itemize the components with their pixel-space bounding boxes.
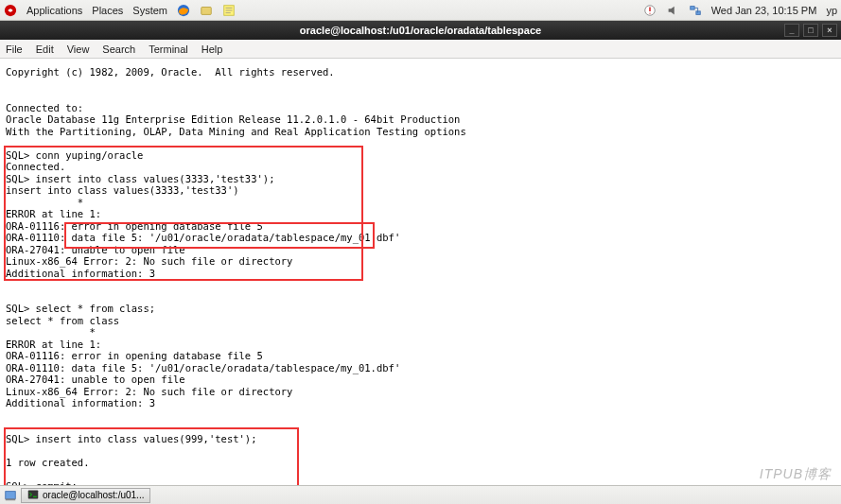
svg-rect-7 xyxy=(6,491,16,498)
window-title: oracle@localhost:/u01/oracle/oradata/tab… xyxy=(300,25,541,36)
terminal-text: Copyright (c) 1982, 2009, Oracle. All ri… xyxy=(6,66,835,504)
taskbar-item-label: oracle@localhost:/u01... xyxy=(43,490,144,500)
system-menu[interactable]: System xyxy=(132,5,167,16)
minimize-button[interactable]: _ xyxy=(784,24,799,37)
terminal-menubar: File Edit View Search Terminal Help xyxy=(0,40,841,59)
taskbar-item-terminal[interactable]: oracle@localhost:/u01... xyxy=(21,488,150,503)
volume-icon[interactable] xyxy=(666,4,679,17)
window-titlebar: oracle@localhost:/u01/oracle/oradata/tab… xyxy=(0,21,841,40)
maximize-button[interactable]: □ xyxy=(803,24,818,37)
menu-file[interactable]: File xyxy=(6,43,23,55)
show-desktop-icon[interactable] xyxy=(4,489,17,502)
watermark: ITPUB博客 xyxy=(760,466,832,483)
distro-logo-icon[interactable] xyxy=(4,4,17,17)
panel-left: Applications Places System xyxy=(4,4,236,17)
menu-view[interactable]: View xyxy=(67,43,90,55)
close-button[interactable]: × xyxy=(822,24,837,37)
menu-search[interactable]: Search xyxy=(102,43,135,55)
svg-rect-9 xyxy=(28,490,39,498)
user-menu[interactable]: yp xyxy=(826,5,837,16)
svg-rect-2 xyxy=(201,7,212,14)
svg-rect-8 xyxy=(6,498,16,500)
places-menu[interactable]: Places xyxy=(92,5,123,16)
svg-rect-5 xyxy=(690,6,693,9)
menu-help[interactable]: Help xyxy=(201,43,223,55)
file-manager-launcher-icon[interactable] xyxy=(200,4,213,17)
applications-menu[interactable]: Applications xyxy=(26,5,82,16)
gnome-bottom-panel: oracle@localhost:/u01... xyxy=(0,485,841,504)
terminal-output[interactable]: Copyright (c) 1982, 2009, Oracle. All ri… xyxy=(0,59,841,484)
terminal-icon xyxy=(27,489,39,502)
menu-terminal[interactable]: Terminal xyxy=(149,43,188,55)
clock[interactable]: Wed Jan 23, 10:15 PM xyxy=(711,5,817,16)
notes-launcher-icon[interactable] xyxy=(222,4,236,17)
network-icon[interactable] xyxy=(689,4,702,17)
update-notifier-icon[interactable] xyxy=(643,4,657,17)
firefox-launcher-icon[interactable] xyxy=(177,4,190,17)
panel-right: Wed Jan 23, 10:15 PM yp xyxy=(643,4,837,17)
menu-edit[interactable]: Edit xyxy=(36,43,54,55)
gnome-top-panel: Applications Places System Wed Jan 23, 1… xyxy=(0,0,841,21)
